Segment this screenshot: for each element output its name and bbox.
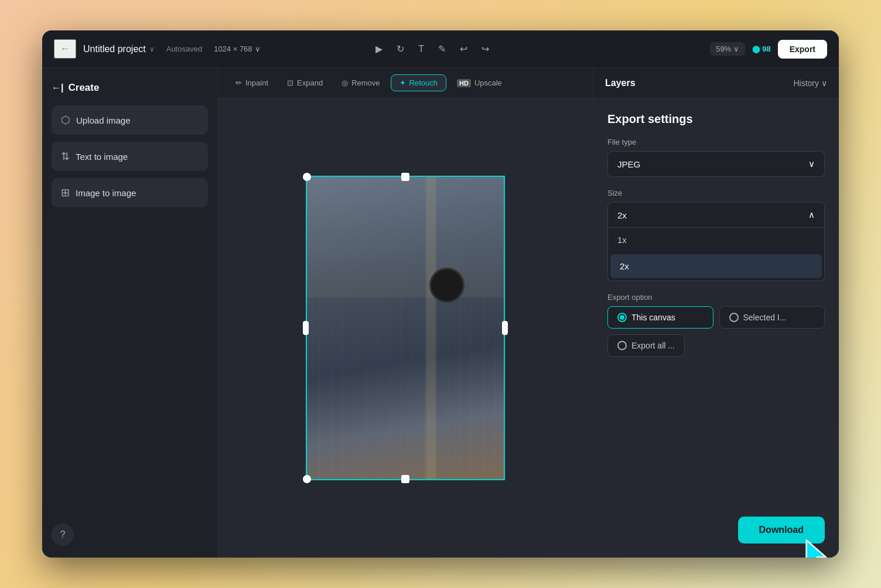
file-type-value: JPEG bbox=[617, 159, 640, 169]
retouch-icon: ✦ bbox=[399, 78, 406, 87]
history-label: History bbox=[793, 78, 819, 88]
tab-upscale[interactable]: HD Upscale bbox=[449, 75, 510, 91]
size-select-header[interactable]: 2x ∧ bbox=[607, 202, 825, 228]
download-area: Download bbox=[607, 517, 825, 543]
size-field: Size 2x ∧ 1x 2x bbox=[607, 189, 825, 281]
project-title: Untitled project bbox=[83, 44, 146, 54]
size-option-1x[interactable]: 1x bbox=[608, 228, 824, 252]
autosaved-status: Autosaved bbox=[166, 45, 202, 53]
canvas-dimensions: 1024 × 768 bbox=[214, 45, 252, 53]
upscale-label: Upscale bbox=[474, 78, 502, 87]
canvas-background[interactable] bbox=[218, 98, 593, 558]
export-option-field: Export option This canvas Selected I... bbox=[607, 293, 825, 357]
this-canvas-radio[interactable]: This canvas bbox=[607, 306, 713, 329]
download-button[interactable]: Download bbox=[738, 517, 825, 543]
history-chevron-icon: ∨ bbox=[821, 78, 827, 88]
sidebar-title-text: Create bbox=[68, 82, 99, 94]
inpaint-icon: ✏ bbox=[235, 78, 242, 87]
file-type-field: File type JPEG ∨ bbox=[607, 138, 825, 177]
header: ← Untitled project ∨ Autosaved 1024 × 76… bbox=[42, 30, 839, 68]
export-settings-panel: Export settings File type JPEG ∨ Size bbox=[593, 98, 839, 558]
size-dropdown: 2x ∧ 1x 2x bbox=[607, 202, 825, 281]
file-type-select[interactable]: JPEG ∨ bbox=[607, 151, 825, 177]
right-panel-header: Layers History ∨ bbox=[593, 68, 839, 98]
project-chevron-icon: ∨ bbox=[149, 45, 155, 53]
circle-decoration bbox=[429, 268, 465, 303]
credits-icon: ⬤ bbox=[752, 45, 760, 53]
pen-tool-icon[interactable]: ✎ bbox=[436, 41, 448, 57]
dimensions-chevron-icon: ∨ bbox=[255, 45, 261, 53]
tab-expand[interactable]: ⊡ Expand bbox=[279, 75, 331, 91]
canvas-area: ✏ Inpaint ⊡ Expand ◎ Remove ✦ Retouch HD bbox=[218, 68, 593, 558]
expand-icon: ⊡ bbox=[287, 78, 293, 87]
selected-radio-dot bbox=[729, 313, 739, 322]
zoom-value: 59% bbox=[716, 45, 731, 53]
this-canvas-label: This canvas bbox=[631, 313, 675, 322]
text-tool-icon[interactable]: T bbox=[416, 42, 426, 57]
credits-badge: ⬤ 98 bbox=[752, 45, 770, 53]
sidebar-bottom: ? bbox=[52, 524, 208, 546]
selected-label: Selected I... bbox=[743, 313, 787, 322]
tab-retouch[interactable]: ✦ Retouch bbox=[391, 74, 446, 91]
size-option-2x[interactable]: 2x bbox=[610, 254, 822, 278]
export-all-button[interactable]: Export all ... bbox=[607, 334, 685, 357]
this-canvas-radio-dot bbox=[617, 313, 627, 322]
header-right-controls: 59% ∨ ⬤ 98 Export bbox=[710, 40, 827, 59]
back-button[interactable]: ← bbox=[54, 39, 76, 59]
upload-image-button[interactable]: ⬡ Upload image bbox=[52, 105, 208, 135]
file-type-label: File type bbox=[607, 138, 825, 146]
upload-image-icon: ⬡ bbox=[61, 114, 70, 127]
export-settings-title: Export settings bbox=[607, 112, 825, 126]
inpaint-label: Inpaint bbox=[245, 78, 268, 87]
building-windows bbox=[307, 177, 504, 479]
upscale-hd-icon: HD bbox=[457, 79, 471, 87]
image-to-image-icon: ⊞ bbox=[61, 186, 70, 199]
sidebar-back-icon: ←| bbox=[52, 83, 63, 93]
tab-layers[interactable]: Layers bbox=[605, 78, 636, 88]
project-name[interactable]: Untitled project ∨ bbox=[83, 44, 155, 54]
image-to-image-label: Image to image bbox=[76, 188, 136, 198]
help-button[interactable]: ? bbox=[52, 524, 74, 546]
export-option-row: This canvas Selected I... bbox=[607, 306, 825, 329]
text-to-image-icon: ⇅ bbox=[61, 150, 70, 163]
size-current-value: 2x bbox=[617, 210, 627, 220]
remove-icon: ◎ bbox=[342, 78, 348, 87]
canvas-image bbox=[306, 176, 505, 480]
tab-remove[interactable]: ◎ Remove bbox=[333, 75, 388, 91]
text-to-image-label: Text to image bbox=[76, 152, 128, 162]
undo-icon[interactable]: ↩ bbox=[457, 41, 470, 57]
upload-image-label: Upload image bbox=[76, 115, 131, 125]
file-type-chevron-icon: ∨ bbox=[808, 159, 815, 169]
export-all-radio-dot bbox=[617, 341, 627, 350]
sidebar-title: ←| Create bbox=[52, 80, 208, 98]
export-all-label: Export all ... bbox=[631, 341, 675, 350]
export-button[interactable]: Export bbox=[778, 40, 827, 59]
main-layout: ←| Create ⬡ Upload image ⇅ Text to image… bbox=[42, 68, 839, 558]
redo-icon[interactable]: ↪ bbox=[479, 41, 491, 57]
size-chevron-icon: ∧ bbox=[808, 210, 815, 220]
image-to-image-button[interactable]: ⊞ Image to image bbox=[52, 178, 208, 207]
expand-label: Expand bbox=[297, 78, 323, 87]
zoom-control[interactable]: 59% ∨ bbox=[710, 42, 745, 56]
right-panel: Layers History ∨ Export settings File ty… bbox=[593, 68, 839, 558]
zoom-chevron-icon: ∨ bbox=[733, 45, 739, 53]
rotate-tool-icon[interactable]: ↻ bbox=[394, 41, 407, 57]
export-option-label: Export option bbox=[607, 293, 825, 302]
sidebar: ←| Create ⬡ Upload image ⇅ Text to image… bbox=[42, 68, 218, 558]
toolbar-bar: ✏ Inpaint ⊡ Expand ◎ Remove ✦ Retouch HD bbox=[218, 68, 593, 98]
tool-icons-group: ▶ ↻ T ✎ ↩ ↪ bbox=[373, 41, 491, 57]
select-tool-icon[interactable]: ▶ bbox=[373, 41, 385, 57]
credits-count: 98 bbox=[762, 45, 770, 53]
app-window: ← Untitled project ∨ Autosaved 1024 × 76… bbox=[42, 30, 839, 558]
remove-label: Remove bbox=[351, 78, 380, 87]
size-label: Size bbox=[607, 189, 825, 197]
tab-inpaint[interactable]: ✏ Inpaint bbox=[227, 75, 276, 91]
right-panel-content: Layers History ∨ Export settings File ty… bbox=[593, 68, 839, 558]
tab-history[interactable]: History ∨ bbox=[793, 78, 827, 88]
text-to-image-button[interactable]: ⇅ Text to image bbox=[52, 142, 208, 171]
size-options-list: 1x 2x bbox=[607, 228, 825, 281]
selected-radio[interactable]: Selected I... bbox=[719, 306, 825, 329]
dimensions-control[interactable]: 1024 × 768 ∨ bbox=[214, 45, 260, 53]
retouch-label: Retouch bbox=[409, 78, 438, 87]
